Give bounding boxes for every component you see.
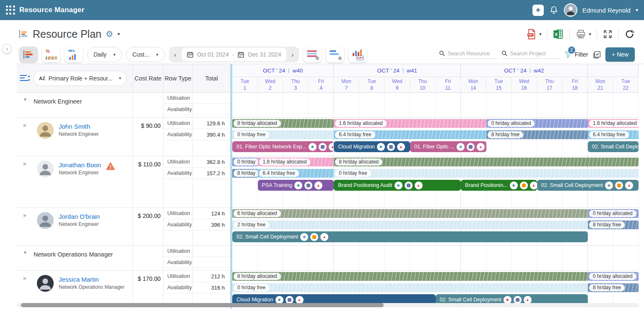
row-expand-icon[interactable]: ▶ [17,156,34,207]
user-menu-caret-icon[interactable]: ▾ [636,7,638,13]
allocation-bar[interactable]: 8 hr/day free [486,130,588,139]
day-header-cell[interactable]: Thu3 [283,77,309,92]
app-grid-icon[interactable] [6,5,15,15]
project-bar[interactable]: 02. Small Cell Deploy [588,141,639,152]
quick-add-button[interactable]: + [532,5,544,16]
search-resource-input[interactable] [448,50,497,57]
user-name[interactable]: Edmund Reynold [582,7,631,14]
allocation-bar[interactable]: 0 hr/day allocated [486,119,588,128]
project-bar[interactable]: Brand Positionin...★▲ [461,180,537,191]
group-collapse-icon[interactable]: ▼ [17,246,34,270]
day-header-cell[interactable]: Mon7 [334,77,359,92]
allocation-bar[interactable]: 0 hr/day free [334,169,639,178]
print-button[interactable]: ▾ [575,29,591,40]
kpi-button[interactable]: KPI [348,47,367,62]
fullscreen-button[interactable] [602,29,613,39]
new-button[interactable]: + New [605,47,635,62]
day-header-cell[interactable]: Thu10 [410,77,436,92]
day-header-cell[interactable]: Mon21 [588,77,613,92]
print-options-caret-icon[interactable]: ▾ [589,31,591,37]
day-header-cell[interactable]: Wed9 [384,77,410,92]
day-header-cell[interactable]: Tue22 [613,77,639,92]
horizontal-scrollbar[interactable] [17,303,638,307]
resource-name-link[interactable]: Jordan O'brain [59,213,100,220]
allocation-bar[interactable]: 6.4 hr/day free [334,130,486,139]
notifications-bell-icon[interactable] [549,5,559,15]
row-expand-icon[interactable]: ▶ [17,208,34,245]
utilisation-lane: 0 hr/day1.6 hr/day allocated8 hr/day all… [232,156,639,168]
allocation-bar[interactable]: 0 hr/day allocated [588,272,639,281]
sidebar-expand-button[interactable]: › [2,44,12,54]
total-availability-value: 390.4 h [193,129,230,140]
heatmap-view-button[interactable]: % [42,47,60,62]
allocation-bar[interactable]: 8 hr/day free [588,220,639,229]
project-bar[interactable]: Cloud Migration★▲ [334,141,410,152]
range-type-select[interactable]: Cust... ▾ [126,47,165,62]
project-bar[interactable]: 01. Fiber Optic Network Exp...★▲ [232,141,334,152]
project-bar[interactable]: 02. Small Cell Deployment★▲ [232,231,588,242]
allocation-bar[interactable]: 6 hr/day allocated [232,209,588,218]
gantt-view-button[interactable] [19,47,38,62]
prev-period-button[interactable]: ‹ [170,51,181,58]
project-bar[interactable]: 02. Small Cell Deployment★▲ [537,180,639,191]
date-from-value[interactable]: Oct 01 2024 [197,51,229,58]
day-header-cell[interactable]: Tue15 [486,77,512,92]
allocation-bar[interactable]: 2 hr/day free [232,220,588,229]
horizontal-scrollbar-thumb[interactable] [21,303,384,307]
resource-name-link[interactable]: John Smith [59,123,99,130]
row-type-availability-label: Availability [164,168,192,179]
group-by-select[interactable]: AZ Primary Role + Resour... ▾ [34,71,127,86]
plan-settings-gear-icon[interactable]: ⚙ [106,29,113,39]
resource-avatar [37,212,54,229]
day-header-cell[interactable]: Tue8 [359,77,385,92]
resource-cell: Jordan O'brainNetwork Engineer [34,208,132,245]
allocation-bar[interactable]: 0 hr/day allocated [588,209,639,218]
allocation-bar[interactable]: 8 hr/day allocated [232,119,334,128]
allocation-bar[interactable]: 8 hr/day allocated [232,272,588,281]
project-bar[interactable]: PSA Training★▲ [258,180,334,191]
allocation-bar[interactable]: 6.4 hr/day free [258,169,334,178]
row-settings-button[interactable]: ⚙ [303,47,322,62]
export-excel-button[interactable]: X [553,29,564,40]
multi-select-icon[interactable] [592,50,601,59]
total-cell: 362.8 h157.2 h [192,156,230,207]
bar-settings-button[interactable]: ⚙ [326,47,344,62]
allocation-bar[interactable]: 0 hr/day [232,158,258,166]
allocation-bar[interactable]: 0 hr/day free [232,130,334,139]
day-header-cell[interactable]: Fri4 [309,77,334,92]
project-bar[interactable]: 01. Fiber Optic ...★▲ [410,141,486,152]
search-project-input[interactable] [510,50,560,57]
row-menu-sort-icon[interactable]: ▲▼ [17,75,34,82]
day-header-cell[interactable]: Wed2 [258,77,283,92]
allocation-bar[interactable]: 8 hr/day allocated [334,158,639,166]
day-header-cell[interactable]: Fri18 [562,77,588,92]
allocation-bar[interactable]: 1.6 hr/day allocated [334,119,486,128]
next-period-button[interactable]: › [287,51,298,58]
period-select[interactable]: Daily ▾ [87,47,122,62]
resource-name-link[interactable]: Jessica Martin [59,276,125,283]
user-avatar[interactable] [564,3,577,17]
export-pdf-button[interactable]: PDF ▾ [526,29,542,40]
group-collapse-icon[interactable]: ▼ [17,93,34,117]
pdf-options-caret-icon[interactable]: ▾ [539,31,542,37]
allocation-bar[interactable]: 6.4 hr/day free [588,130,639,139]
plan-menu-caret-icon[interactable]: ▾ [117,31,120,37]
day-header-cell[interactable]: Fri11 [436,77,461,92]
day-header-cell[interactable]: Mon14 [461,77,486,92]
day-header-cell[interactable]: Tue1 [232,77,258,92]
resource-name-link[interactable]: Jonathan Boon [59,161,101,168]
allocation-bar[interactable]: 8 hr/day free [588,283,639,292]
refresh-button[interactable] [624,29,635,39]
allocation-bar[interactable]: 8 hr/day [232,169,258,178]
day-header-cell[interactable]: Wed16 [512,77,537,92]
allocation-bar[interactable]: 1.6 hr/day allocated [588,119,639,128]
filter-button[interactable]: 2 Filter [564,50,588,59]
allocation-bar[interactable]: 1.6 hr/day allocated [258,158,334,166]
hours-chart-icon: Hrs [68,49,79,60]
date-to-value[interactable]: Dec 31 2024 [248,51,281,58]
hours-view-button[interactable]: Hrs [65,47,83,62]
project-bar[interactable]: Brand Positioning Audit★▲ [334,180,461,191]
allocation-bar[interactable]: 0 hr/day free [232,283,588,292]
row-expand-icon[interactable]: ▶ [17,118,34,156]
day-header-cell[interactable]: Thu17 [537,77,563,92]
